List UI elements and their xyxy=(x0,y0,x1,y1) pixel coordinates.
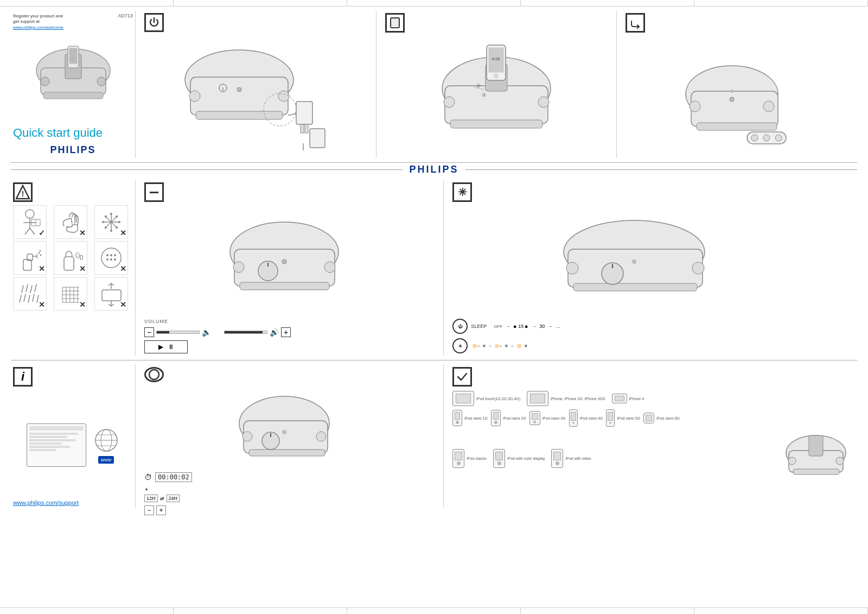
svg-point-5 xyxy=(41,77,49,86)
power-icon xyxy=(148,17,160,29)
svg-rect-25 xyxy=(450,120,542,128)
nano5g-label: iPod nano 5G xyxy=(617,416,640,420)
svg-rect-130 xyxy=(244,421,328,453)
reset-diagram xyxy=(144,387,435,468)
svg-line-87 xyxy=(30,286,32,293)
panel-iphone: 4:00 ① ② xyxy=(376,11,617,158)
time-display: ⏱ 00:00:02 ▲ 12H ⇌ 24H − + xyxy=(144,472,435,515)
speaker-low-icon: 🔈 xyxy=(202,328,211,337)
svg-point-76 xyxy=(76,252,79,258)
svg-line-53 xyxy=(30,228,35,235)
video-icon xyxy=(551,449,563,468)
svg-point-119 xyxy=(692,262,704,274)
volume-plus-btn[interactable]: + xyxy=(281,327,291,337)
philips-logo-center: PHILIPS xyxy=(403,164,465,175)
panel-warnings: ! ✓ xyxy=(11,180,136,356)
svg-rect-18 xyxy=(301,124,304,133)
brightness-high-icon: 🔆 xyxy=(516,344,522,349)
nano1g-icon xyxy=(452,410,462,426)
support-url-link[interactable]: www.philips.com/support xyxy=(13,499,133,506)
brightness-low-icon: 🔆− xyxy=(472,344,480,349)
time-plus-btn[interactable]: + xyxy=(156,505,166,515)
format-12h-btn[interactable]: 12H xyxy=(144,495,158,502)
product-image-area xyxy=(13,33,133,119)
compat-nano3g: iPod nano 3G xyxy=(529,411,566,425)
svg-rect-22 xyxy=(392,19,398,26)
browser-line-6 xyxy=(29,449,56,451)
warning-assemble: ✕ xyxy=(94,277,128,311)
nano5g-icon xyxy=(606,409,615,427)
warning-grid: ✓ ✕ xyxy=(13,205,133,311)
svg-point-118 xyxy=(566,262,578,274)
grid-lines-bottom xyxy=(0,607,868,614)
www-badge: www xyxy=(98,456,114,464)
browser-line-2 xyxy=(29,436,67,438)
sleep-arrow-1: → xyxy=(506,324,510,329)
sleep-dock-svg xyxy=(558,210,743,310)
svg-rect-104 xyxy=(102,290,121,301)
panel-setup: 1 xyxy=(136,11,376,158)
browser-address-bar xyxy=(29,426,84,431)
philips-logo: PHILIPS xyxy=(13,144,133,156)
nano2g-label: iPod nano 2G xyxy=(503,416,526,420)
volume-dock-svg xyxy=(225,208,355,312)
svg-rect-17 xyxy=(296,102,312,124)
bottom-section: i xyxy=(11,360,857,512)
svg-point-49 xyxy=(25,210,34,218)
svg-rect-116 xyxy=(568,249,703,287)
format-separator: ⇌ xyxy=(160,496,164,501)
svg-point-13 xyxy=(237,87,241,92)
warning-person-reading: ✓ xyxy=(13,205,47,239)
middle-section: ! ✓ xyxy=(11,176,857,360)
time-value: 00:00:02 xyxy=(155,472,192,482)
svg-point-81 xyxy=(114,254,116,256)
compat-classic: iPod classic xyxy=(452,449,487,468)
tablet-icon-box xyxy=(385,13,405,33)
x-mark-7: ✕ xyxy=(79,300,86,309)
nano3g-label: iPod nano 3G xyxy=(542,416,566,420)
sleep-arrow-2: → xyxy=(532,324,536,329)
svg-point-133 xyxy=(316,432,326,441)
x-mark-6: ✕ xyxy=(39,300,45,309)
setup-diagram: 1 xyxy=(144,36,367,156)
time-minus-btn[interactable]: − xyxy=(144,505,154,515)
sleep-text-label: SLEEP xyxy=(471,324,490,329)
globe-icon xyxy=(93,427,120,454)
svg-point-141 xyxy=(836,457,844,465)
svg-point-32 xyxy=(494,74,498,78)
volume-dock-area xyxy=(144,205,435,314)
svg-point-74 xyxy=(39,250,41,251)
register-url[interactable]: www.philips.com/welcome xyxy=(13,25,63,30)
nano4g-label: iPod nano 4G xyxy=(580,416,603,420)
nano6g-label: iPod nano 6G xyxy=(656,416,680,420)
play-pause-button[interactable]: ▶ ⏸ xyxy=(144,340,188,353)
browser-content xyxy=(29,433,84,451)
compat-nano2g: iPod nano 2G xyxy=(491,410,526,426)
globe-area: www xyxy=(93,427,120,464)
brightness-dot1: ✳ xyxy=(482,344,486,349)
sleep-step-1: ⏺15⏺ xyxy=(513,324,528,329)
brightness-knob[interactable]: ☀ xyxy=(452,338,468,353)
svg-line-91 xyxy=(28,295,30,302)
brightness-row: ☀ 🔆− ✳ → 🔅− ✳ → 🔆 ✳ xyxy=(452,338,848,353)
time-row-1: ⏱ 00:00:02 xyxy=(144,472,192,482)
svg-rect-68 xyxy=(23,259,31,270)
remote-diagram xyxy=(626,37,848,156)
sleep-knob[interactable]: ⏻ xyxy=(452,319,468,334)
svg-rect-109 xyxy=(240,282,329,290)
svg-rect-10 xyxy=(196,111,283,119)
brightness-dot3: ✳ xyxy=(524,344,528,349)
sleep-off: OFF xyxy=(494,324,502,329)
compat-row-2: iPod nano 1G iPod nano 2G xyxy=(452,409,848,427)
svg-rect-108 xyxy=(234,249,335,286)
compat-dock-svg xyxy=(783,430,848,484)
svg-point-140 xyxy=(788,457,796,465)
svg-point-110 xyxy=(233,262,244,273)
svg-rect-38 xyxy=(697,123,777,130)
browser-line-1 xyxy=(29,433,78,435)
warning-spray2: ✕ xyxy=(54,241,87,275)
nano4g-icon xyxy=(569,409,578,427)
volume-minus-btn[interactable]: − xyxy=(144,327,154,337)
format-24h-btn[interactable]: 24H xyxy=(167,495,180,502)
panel-volume: VOLUME − 🔈 🔊 + xyxy=(136,180,444,356)
